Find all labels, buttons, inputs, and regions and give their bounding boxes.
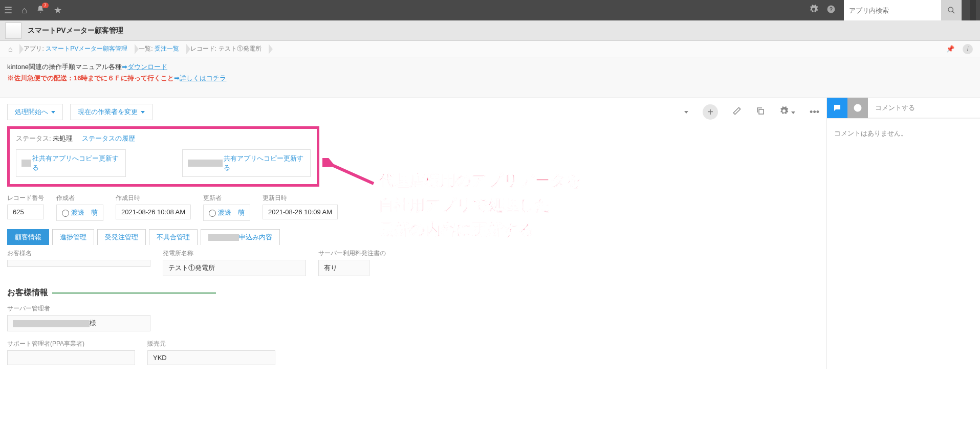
- menu-icon[interactable]: ☰: [4, 5, 12, 16]
- server-order-label: サーバー利用料発注書の: [318, 249, 386, 258]
- svg-line-3: [952, 11, 954, 13]
- record-info: レコード番号 625 作成者 渡邊 萌 作成日時 2021-08-26 10:0…: [0, 187, 826, 226]
- notice-text-2: ※佐川急便での配送：16時までに６Ｆに持って行くこと: [7, 74, 174, 82]
- copy-icon[interactable]: [756, 106, 765, 118]
- edit-icon[interactable]: [732, 106, 742, 118]
- created-at-value: 2021-08-26 10:08 AM: [116, 205, 191, 219]
- history-tab-icon[interactable]: [847, 98, 868, 118]
- server-order-value: 有り: [318, 260, 369, 276]
- gear-icon[interactable]: [809, 5, 818, 16]
- seller-label: 販売元: [147, 340, 275, 348]
- svg-rect-4: [759, 109, 764, 114]
- breadcrumb-app[interactable]: アプリ: スマートPVメーター顧客管理: [19, 41, 135, 57]
- notification-badge: 7: [42, 3, 49, 8]
- add-button[interactable]: +: [703, 104, 718, 120]
- user-icon: [62, 210, 69, 217]
- change-worker-button[interactable]: 現在の作業者を変更: [70, 104, 153, 120]
- app-title: スマートPVメーター顧客管理: [28, 26, 123, 35]
- chevron-down-icon[interactable]: [684, 107, 688, 118]
- support-admin-label: サポート管理者(PPA事業者): [7, 340, 135, 348]
- updater-label: 更新者: [203, 194, 250, 203]
- tab-customer-info[interactable]: 顧客情報: [7, 229, 49, 245]
- comment-panel: コメントする コメントはありません。: [826, 98, 980, 369]
- action-row: 処理開始へ 現在の作業者を変更 + •••: [0, 98, 826, 126]
- record-no-label: レコード番号: [7, 194, 44, 203]
- tab-order[interactable]: 受発注管理: [97, 229, 146, 245]
- notice-text-1: kintone関連の操作手順マニュアル各種: [7, 63, 122, 71]
- server-admin-value: 様: [7, 315, 150, 331]
- tabs: 顧客情報 進捗管理 受発注管理 不具合管理 申込み内容: [0, 229, 826, 245]
- details-link[interactable]: 詳しくはコチラ: [180, 74, 226, 82]
- status-box: ステータス: 未処理 ステータスの履歴 社共有アプリへコピー更新する 共有アプリ…: [7, 126, 319, 187]
- svg-point-2: [948, 7, 953, 12]
- breadcrumb: ⌂ アプリ: スマートPVメーター顧客管理 一覧: 受注一覧 レコード: テスト…: [0, 41, 980, 57]
- download-link[interactable]: ダウンロード: [127, 63, 167, 71]
- plant-name-value: テスト①発電所: [163, 260, 306, 276]
- updated-at-value: 2021-08-26 10:09 AM: [263, 205, 338, 219]
- comment-empty: コメントはありません。: [827, 119, 980, 148]
- info-icon[interactable]: i: [963, 44, 973, 54]
- updater-value: 渡邊 萌: [203, 205, 250, 221]
- pin-icon[interactable]: 📌: [946, 45, 954, 53]
- record-no-value: 625: [7, 205, 44, 219]
- customer-name-value: [7, 260, 150, 267]
- notice-area: kintone関連の操作手順マニュアル各種➡ダウンロード ※佐川急便での配送：1…: [0, 57, 980, 98]
- tab-progress[interactable]: 進捗管理: [52, 229, 94, 245]
- copy-update-button-2[interactable]: 共有アプリへコピー更新する: [182, 149, 311, 177]
- plant-name-label: 発電所名称: [163, 249, 306, 258]
- more-icon[interactable]: •••: [810, 107, 819, 118]
- updated-at-label: 更新日時: [263, 194, 338, 203]
- support-admin-value: [7, 350, 135, 365]
- search-input[interactable]: [844, 0, 941, 20]
- tab-defect[interactable]: 不具合管理: [149, 229, 198, 245]
- app-icon: [5, 23, 21, 39]
- seller-value: YKD: [147, 350, 275, 365]
- comment-tab-icon[interactable]: [827, 98, 847, 118]
- customer-name-label: お客様名: [7, 249, 150, 258]
- global-bar: ☰ ⌂ 7 ★ ?: [0, 0, 980, 20]
- creator-value: 渡邊 萌: [56, 205, 103, 221]
- gear-dropdown-icon[interactable]: [779, 106, 795, 118]
- search-button[interactable]: [941, 0, 962, 20]
- status-history-link[interactable]: ステータスの履歴: [82, 134, 135, 142]
- app-header: スマートPVメーター顧客管理: [0, 20, 980, 41]
- star-icon[interactable]: ★: [54, 5, 62, 16]
- svg-line-5: [330, 164, 374, 184]
- section-title: お客様情報: [0, 280, 826, 300]
- breadcrumb-record: レコード: テスト①発電所: [186, 41, 269, 57]
- search-box: [844, 0, 962, 20]
- global-scrollbar[interactable]: [970, 0, 976, 20]
- server-admin-label: サーバー管理者: [7, 304, 150, 313]
- svg-text:?: ?: [830, 6, 833, 12]
- home-icon[interactable]: ⌂: [21, 5, 27, 16]
- creator-label: 作成者: [56, 194, 103, 203]
- status-label: ステータス:: [16, 134, 51, 142]
- copy-update-button-1[interactable]: 社共有アプリへコピー更新する: [16, 149, 126, 177]
- tab-application[interactable]: 申込み内容: [201, 229, 280, 245]
- annotation-arrow: [322, 158, 379, 189]
- breadcrumb-home[interactable]: ⌂: [4, 41, 19, 57]
- notification-icon[interactable]: 7: [36, 5, 45, 16]
- user-icon: [209, 210, 216, 217]
- help-icon[interactable]: ?: [826, 5, 836, 16]
- comment-header[interactable]: コメントする: [868, 98, 980, 118]
- created-at-label: 作成日時: [116, 194, 191, 203]
- start-process-button[interactable]: 処理開始へ: [7, 104, 63, 120]
- status-value: 未処理: [53, 134, 73, 142]
- breadcrumb-list[interactable]: 一覧: 受注一覧: [135, 41, 186, 57]
